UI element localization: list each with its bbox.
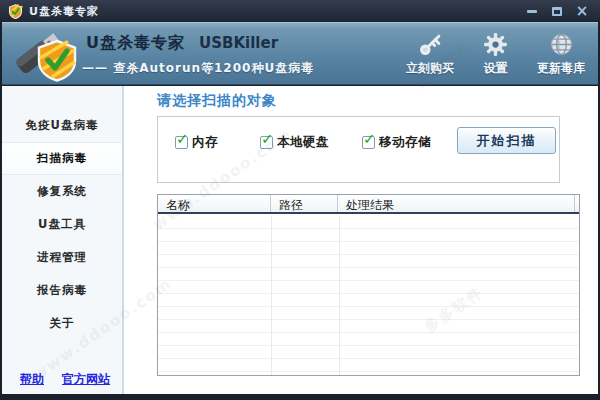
- sidebar-footer: 帮助 官方网站: [2, 371, 122, 388]
- column-header-path[interactable]: 路径: [271, 195, 338, 212]
- usb-shield-logo-icon: [10, 24, 84, 84]
- check-icon: ✓: [363, 132, 376, 147]
- table-column-divider: [271, 216, 272, 375]
- scan-option-local-disk: ✓ 本地硬盘: [260, 134, 329, 151]
- key-icon: [418, 32, 443, 57]
- official-site-link[interactable]: 官方网站: [62, 371, 110, 388]
- table-column-divider: [339, 216, 340, 375]
- titlebar: U盘杀毒专家 ×: [0, 0, 600, 22]
- sidebar-item-usb-tools[interactable]: U盘工具: [2, 208, 122, 241]
- scan-option-removable: ✓ 移动存储: [362, 134, 431, 151]
- column-header-spacer: [575, 195, 579, 212]
- minimize-button[interactable]: [526, 5, 538, 17]
- column-header-name[interactable]: 名称: [158, 195, 271, 212]
- buy-now-button[interactable]: 立刻购买: [406, 32, 454, 77]
- gear-icon: [483, 32, 508, 57]
- sidebar-item-process-manager[interactable]: 进程管理: [2, 241, 122, 274]
- sidebar-item-report-virus[interactable]: 报告病毒: [2, 274, 122, 307]
- header-subtitle: —— 查杀Autorun等1200种U盘病毒: [82, 60, 314, 77]
- header: U盘杀毒专家 USBKiller —— 查杀Autorun等1200种U盘病毒 …: [2, 22, 598, 85]
- header-buttons: 立刻购买 设置: [406, 32, 585, 77]
- window-title: U盘杀毒专家: [29, 4, 99, 19]
- sidebar-item-scan-virus[interactable]: 扫描病毒: [2, 142, 122, 175]
- memory-label: 内存: [192, 134, 218, 151]
- close-button[interactable]: ×: [576, 5, 588, 17]
- sidebar-item-about[interactable]: 关于: [2, 307, 122, 340]
- check-icon: ✓: [176, 132, 189, 147]
- settings-label: 设置: [484, 60, 508, 77]
- update-db-button[interactable]: 更新毒库: [537, 32, 585, 77]
- app-title-en: USBKiller: [199, 34, 278, 52]
- results-table-header: 名称 路径 处理结果: [158, 195, 579, 214]
- start-scan-button[interactable]: 开始扫描: [457, 127, 556, 154]
- maximize-button[interactable]: [551, 5, 563, 17]
- local-disk-label: 本地硬盘: [277, 134, 329, 151]
- header-title: U盘杀毒专家 USBKiller: [86, 33, 278, 54]
- scan-target-heading: 请选择扫描的对象: [157, 92, 277, 110]
- app-title-cn: U盘杀毒专家: [86, 33, 185, 54]
- scan-options-box: ✓ 内存 ✓ 本地硬盘 ✓ 移动存储 开始扫描: [157, 116, 560, 183]
- results-table-body: [158, 216, 579, 375]
- update-db-label: 更新毒库: [537, 60, 585, 77]
- sidebar-item-repair-system[interactable]: 修复系统: [2, 175, 122, 208]
- help-link[interactable]: 帮助: [20, 371, 44, 388]
- body: 免疫U盘病毒 扫描病毒 修复系统 U盘工具 进程管理 报告病毒 关于 帮助 官方…: [2, 86, 598, 394]
- globe-icon: [549, 32, 574, 57]
- settings-button[interactable]: 设置: [483, 32, 508, 77]
- main-panel: 请选择扫描的对象 ✓ 内存 ✓ 本地硬盘 ✓ 移动存储 开始扫描 名称: [126, 86, 598, 394]
- sidebar-item-immunize[interactable]: 免疫U盘病毒: [2, 109, 122, 142]
- column-header-result[interactable]: 处理结果: [338, 195, 575, 212]
- check-icon: ✓: [261, 132, 274, 147]
- app-window: U盘杀毒专家 ×: [0, 0, 600, 400]
- memory-checkbox[interactable]: ✓: [175, 136, 188, 149]
- sidebar: 免疫U盘病毒 扫描病毒 修复系统 U盘工具 进程管理 报告病毒 关于 帮助 官方…: [2, 86, 124, 394]
- app-shield-icon: [8, 4, 23, 19]
- window-controls: ×: [526, 5, 592, 17]
- results-table: 名称 路径 处理结果: [157, 194, 580, 376]
- removable-checkbox[interactable]: ✓: [362, 136, 375, 149]
- local-disk-checkbox[interactable]: ✓: [260, 136, 273, 149]
- removable-label: 移动存储: [379, 134, 431, 151]
- scan-option-memory: ✓ 内存: [175, 134, 218, 151]
- buy-now-label: 立刻购买: [406, 60, 454, 77]
